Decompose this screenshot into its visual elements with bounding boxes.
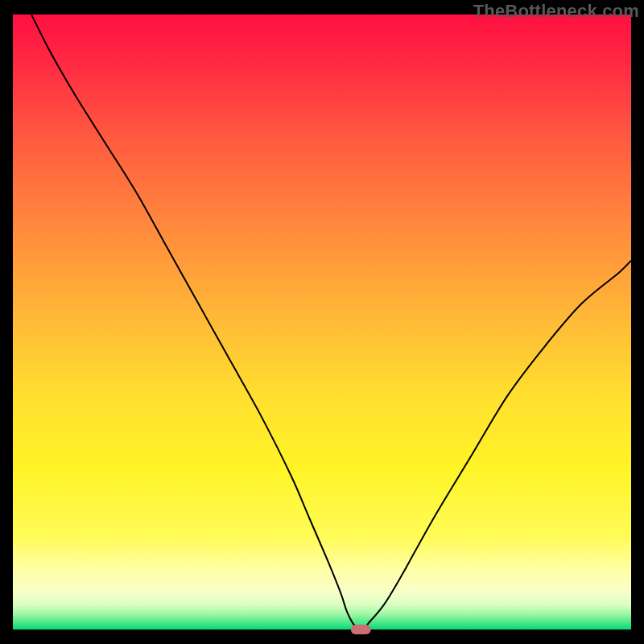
min-marker xyxy=(351,625,371,634)
frame: TheBottleneck.com xyxy=(0,0,644,644)
background-gradient xyxy=(13,14,631,630)
svg-rect-0 xyxy=(13,14,631,630)
watermark-text: TheBottleneck.com xyxy=(473,1,639,22)
plot-area xyxy=(13,14,631,630)
